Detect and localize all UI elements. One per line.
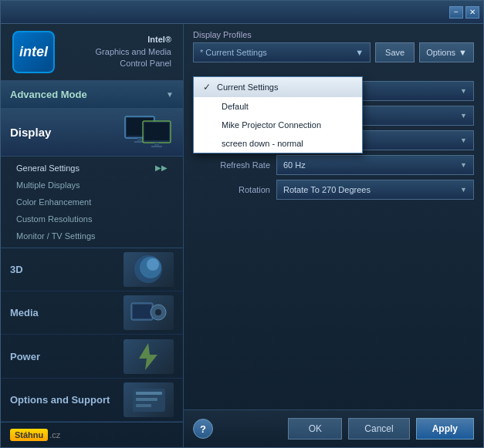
options-button[interactable]: Options ▼ [419, 42, 474, 62]
svg-rect-6 [154, 143, 159, 146]
main-window: − ✕ intel Intel® Graphics and Media Cont… [0, 0, 484, 448]
profile-dropdown-menu: ✓ Current Settings Default Mike Projecto… [193, 76, 363, 153]
dropdown-item-current-settings[interactable]: ✓ Current Settings [194, 77, 362, 97]
apply-button[interactable]: Apply [416, 418, 474, 440]
svg-marker-15 [139, 343, 157, 370]
category-item-power[interactable]: Power [1, 335, 183, 378]
nav-item-color-enhancement[interactable]: Color Enhancement [1, 194, 183, 211]
svg-rect-18 [136, 398, 157, 401]
svg-point-14 [155, 309, 161, 315]
intel-logo: intel [12, 31, 55, 73]
bottom-bar: ? OK Cancel Apply [184, 409, 483, 447]
refresh-rate-label: Refresh Rate [193, 160, 270, 170]
rotation-select[interactable]: Rotate To 270 Degrees ▼ [276, 180, 474, 200]
save-button[interactable]: Save [375, 42, 415, 62]
display-section: Display [1, 109, 183, 157]
media-thumb [124, 295, 174, 330]
right-panel: Display Profiles * Current Settings ▼ Sa… [184, 24, 483, 447]
close-button[interactable]: ✕ [465, 6, 479, 19]
minimize-button[interactable]: − [449, 6, 463, 19]
category-item-3d[interactable]: 3D [1, 248, 183, 291]
svg-rect-7 [151, 146, 162, 147]
setting-row-rotation: Rotation Rotate To 270 Degrees ▼ [193, 180, 474, 200]
content-area: intel Intel® Graphics and Media Control … [1, 24, 483, 447]
nav-item-monitor-tv-settings[interactable]: Monitor / TV Settings [1, 227, 183, 244]
bottom-logo-area: Stáhnu .cz [1, 422, 183, 447]
power-thumb [124, 339, 174, 374]
intel-title: Intel® Graphics and Media Control Panel [63, 34, 171, 69]
stahnu-tld: .cz [49, 430, 60, 440]
nav-item-general-settings[interactable]: General Settings ▶▶ [1, 160, 183, 177]
nav-item-multiple-displays[interactable]: Multiple Displays [1, 177, 183, 194]
ok-button[interactable]: OK [288, 418, 342, 440]
profile-dropdown[interactable]: * Current Settings ▼ [193, 42, 371, 62]
nav-items: General Settings ▶▶ Multiple Displays Co… [1, 157, 183, 248]
dropdown-item-default[interactable]: Default [194, 97, 362, 116]
nav-item-custom-resolutions[interactable]: Custom Resolutions [1, 211, 183, 227]
profiles-header: Display Profiles [184, 24, 483, 42]
svg-rect-19 [136, 404, 151, 407]
stahnu-brand: Stáhnu [10, 429, 48, 441]
dropdown-item-screen[interactable]: screen down - normal [194, 134, 362, 153]
svg-rect-5 [144, 123, 169, 140]
display-icon [124, 115, 174, 150]
svg-point-10 [147, 258, 159, 271]
display-label: Display [10, 126, 51, 139]
profiles-controls: * Current Settings ▼ Save Options ▼ [184, 42, 483, 69]
options-thumb [124, 382, 174, 417]
advanced-mode-label: Advanced Mode [10, 89, 87, 100]
help-button[interactable]: ? [193, 419, 213, 439]
svg-rect-17 [136, 392, 162, 395]
refresh-rate-select[interactable]: 60 Hz ▼ [276, 155, 474, 175]
setting-row-refresh-rate: Refresh Rate 60 Hz ▼ [193, 155, 474, 175]
svg-rect-12 [133, 305, 151, 318]
title-bar-buttons: − ✕ [449, 6, 479, 19]
sidebar: intel Intel® Graphics and Media Control … [1, 24, 184, 447]
advanced-mode-selector[interactable]: Advanced Mode ▼ [1, 81, 183, 109]
logo-area: intel Intel® Graphics and Media Control … [1, 24, 183, 81]
3d-thumb [124, 252, 174, 287]
category-item-options-support[interactable]: Options and Support [1, 379, 183, 422]
title-bar: − ✕ [1, 1, 483, 24]
advanced-mode-arrow: ▼ [166, 90, 174, 99]
rotation-label: Rotation [193, 185, 270, 194]
cancel-button[interactable]: Cancel [348, 418, 409, 440]
dropdown-item-mike[interactable]: Mike Projector Connection [194, 116, 362, 134]
category-item-media[interactable]: Media [1, 291, 183, 335]
